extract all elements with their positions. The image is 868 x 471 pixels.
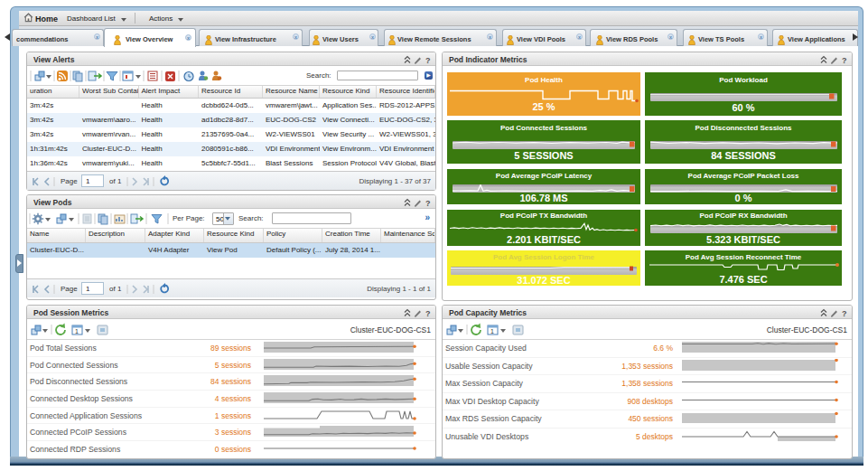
svg-text:?: ?: [842, 56, 847, 65]
svg-text:?: ?: [425, 199, 431, 208]
svg-text:1: 1: [490, 328, 494, 334]
svg-text:1: 1: [75, 328, 79, 334]
svg-text:?: ?: [842, 309, 847, 318]
svg-text:?: ?: [425, 309, 431, 318]
svg-text:?: ?: [425, 56, 431, 65]
